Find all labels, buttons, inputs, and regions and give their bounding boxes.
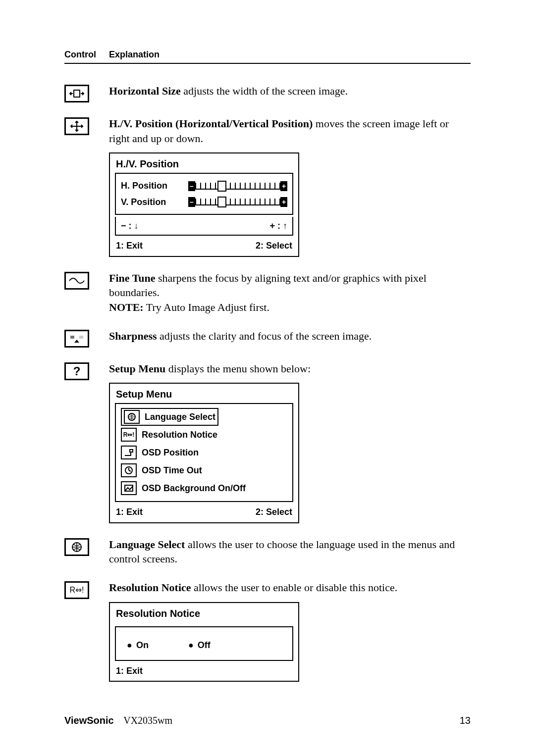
hv-h-slider: –+ xyxy=(188,180,287,192)
language-select-icon xyxy=(64,538,89,556)
footer-brand: ViewSonic xyxy=(64,715,114,726)
res-on-option: On xyxy=(127,639,149,651)
page-footer: ViewSonic VX2035wm 13 xyxy=(64,715,471,726)
resolution-notice-icon-large: R⇔! xyxy=(64,581,89,599)
fine-note-label: NOTE: xyxy=(109,301,144,313)
setup-item-1: Resolution Notice xyxy=(142,429,217,441)
osd-resolution-notice: Resolution Notice On Off 1: Exit xyxy=(109,602,299,682)
res-title: Resolution Notice xyxy=(109,581,191,594)
setup-exit: 1: Exit xyxy=(116,506,143,518)
globe-icon xyxy=(124,410,140,424)
table-header: Control Explanation xyxy=(64,50,471,64)
hv-title: H./V. Position (Horizontal/Vertical Posi… xyxy=(109,117,313,130)
entry-language-select: Language Select allows the user to choos… xyxy=(64,537,471,566)
hv-minus-hint: − : ↓ xyxy=(121,220,139,232)
osd-background-icon xyxy=(121,481,137,495)
hv-v-slider: –+ xyxy=(188,196,287,208)
osd-hv-position: H./V. Position H. Position –+ V. Positio… xyxy=(109,152,299,256)
hv-exit: 1: Exit xyxy=(116,240,143,252)
svg-rect-2 xyxy=(79,336,83,339)
osd-setup-menu: Setup Menu Language Select R⇔! Resolutio… xyxy=(109,383,299,523)
svg-rect-0 xyxy=(74,90,80,97)
horiz-size-text: adjusts the width of the screen image. xyxy=(181,85,348,97)
entry-setup-menu: ? Setup Menu displays the menu shown bel… xyxy=(64,361,471,523)
lang-title: Language Select xyxy=(109,538,185,551)
hv-position-icon xyxy=(64,117,89,135)
hv-select: 2: Select xyxy=(256,240,292,252)
entry-horizontal-size: Horizontal Size adjusts the width of the… xyxy=(64,84,471,102)
res-exit: 1: Exit xyxy=(116,665,143,677)
page-number: 13 xyxy=(460,715,471,726)
fine-note-text: Try Auto Image Adjust first. xyxy=(144,301,269,313)
setup-item-0: Language Select xyxy=(145,411,215,423)
fine-text: sharpens the focus by aligning text and/… xyxy=(109,272,427,299)
setup-item-2: OSD Position xyxy=(142,447,199,458)
hv-h-label: H. Position xyxy=(121,180,167,192)
setup-select: 2: Select xyxy=(256,506,292,518)
setup-menu-icon: ? xyxy=(64,362,89,380)
sharpness-icon xyxy=(64,330,89,348)
setup-item-4: OSD Background On/Off xyxy=(142,482,246,494)
sharp-title: Sharpness xyxy=(109,330,157,342)
setup-title: Setup Menu xyxy=(109,362,165,375)
header-control: Control xyxy=(64,50,109,60)
res-off-option: Off xyxy=(188,639,211,651)
res-text: allows the user to enable or disable thi… xyxy=(191,581,398,594)
osd-hv-title: H./V. Position xyxy=(110,153,298,173)
footer-model: VX2035wm xyxy=(123,715,172,726)
osd-setup-title: Setup Menu xyxy=(110,384,298,403)
resolution-notice-icon: R⇔! xyxy=(121,428,137,442)
svg-rect-4 xyxy=(130,450,133,452)
sharp-text: adjusts the clarity and focus of the scr… xyxy=(157,330,372,342)
osd-position-icon xyxy=(121,446,137,459)
entry-hv-position: H./V. Position (Horizontal/Vertical Posi… xyxy=(64,116,471,257)
setup-text: displays the menu shown below: xyxy=(165,362,311,375)
osd-timeout-icon xyxy=(121,463,137,477)
entry-resolution-notice: R⇔! Resolution Notice allows the user to… xyxy=(64,580,471,682)
osd-res-title: Resolution Notice xyxy=(110,603,298,622)
entry-fine-tune: Fine Tune sharpens the focus by aligning… xyxy=(64,271,471,315)
fine-title: Fine Tune xyxy=(109,272,156,284)
hv-v-label: V. Position xyxy=(121,196,166,208)
header-explanation: Explanation xyxy=(109,50,160,60)
setup-item-3: OSD Time Out xyxy=(142,464,202,476)
svg-rect-1 xyxy=(70,336,74,339)
entry-sharpness: Sharpness adjusts the clarity and focus … xyxy=(64,329,471,348)
fine-tune-icon xyxy=(64,272,89,290)
horizontal-size-icon xyxy=(64,85,89,102)
horiz-size-title: Horizontal Size xyxy=(109,85,181,97)
hv-plus-hint: + : ↑ xyxy=(269,220,287,232)
